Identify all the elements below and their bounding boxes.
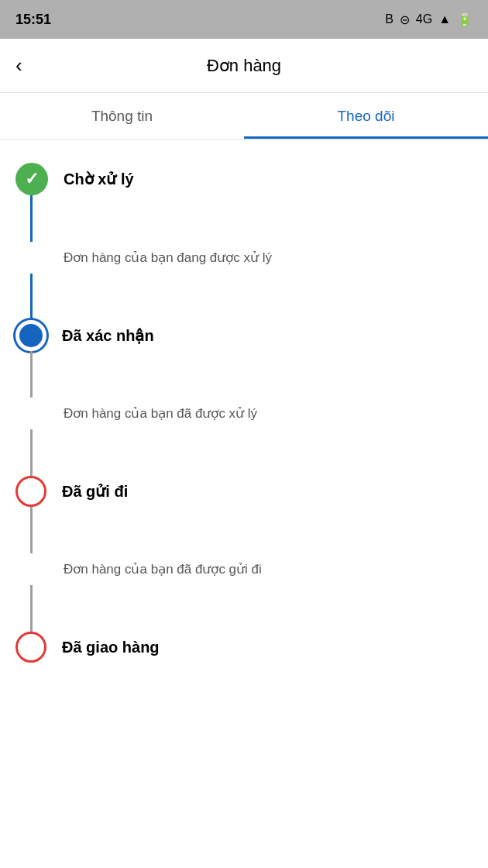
signal-icon: ⊝: [400, 12, 410, 27]
status-icons: B ⊝ 4G ▲ 🔋: [385, 12, 473, 27]
signal-bars-icon: ▲: [438, 12, 451, 26]
checkmark-icon: ✓: [25, 169, 39, 189]
connector-1: [30, 195, 33, 242]
step-circle-3: [15, 476, 46, 507]
tab-bar: Thông tin Theo dõi: [0, 93, 488, 140]
step-label-1: Chờ xử lý: [64, 170, 134, 188]
step-label-3: Đã gửi đi: [62, 482, 128, 501]
step-cho-xu-ly: ✓ Chờ xử lý Đơn hàng của bạn đang được x…: [15, 163, 465, 320]
step-header-1: ✓ Chờ xử lý: [15, 163, 465, 195]
step-da-xac-nhan: Đã xác nhận Đơn hàng của bạn đã được xử …: [15, 320, 465, 476]
connector-1b: [30, 274, 33, 320]
step-desc-1: Đơn hàng của bạn đang được xử lý: [64, 250, 465, 266]
header: ‹ Đơn hàng: [0, 39, 488, 93]
step-label-2: Đã xác nhận: [62, 326, 154, 345]
step-desc-2: Đơn hàng của bạn đã được xử lý: [64, 405, 465, 422]
bluetooth-icon: B: [385, 12, 393, 26]
connector-2: [30, 351, 33, 398]
battery-icon: 🔋: [457, 12, 473, 27]
status-time: 15:51: [15, 12, 51, 28]
tab-theodoi[interactable]: Theo dõi: [244, 93, 488, 139]
step-circle-4: [15, 632, 46, 663]
step-header-4: Đã giao hàng: [15, 632, 465, 663]
step-circle-2: [15, 320, 46, 351]
back-button[interactable]: ‹: [15, 53, 22, 78]
step-label-4: Đã giao hàng: [62, 639, 160, 656]
step-header-3: Đã gửi đi: [15, 476, 465, 507]
page-title: Đơn hàng: [207, 56, 281, 76]
tab-thongtin[interactable]: Thông tin: [0, 93, 244, 139]
step-header-2: Đã xác nhận: [15, 320, 465, 351]
connector-3: [30, 507, 33, 553]
network-icon: 4G: [416, 12, 432, 26]
step-da-gui-di: Đã gửi đi Đơn hàng của bạn đã được gửi đ…: [15, 476, 465, 632]
connector-3b: [30, 585, 33, 632]
status-bar: 15:51 B ⊝ 4G ▲ 🔋: [0, 0, 488, 39]
step-circle-1: ✓: [15, 163, 48, 195]
step-desc-3: Đơn hàng của bạn đã được gửi đi: [64, 561, 465, 577]
step-da-giao-hang: Đã giao hàng: [15, 632, 465, 663]
connector-2b: [30, 429, 33, 476]
timeline: ✓ Chờ xử lý Đơn hàng của bạn đang được x…: [0, 140, 488, 686]
